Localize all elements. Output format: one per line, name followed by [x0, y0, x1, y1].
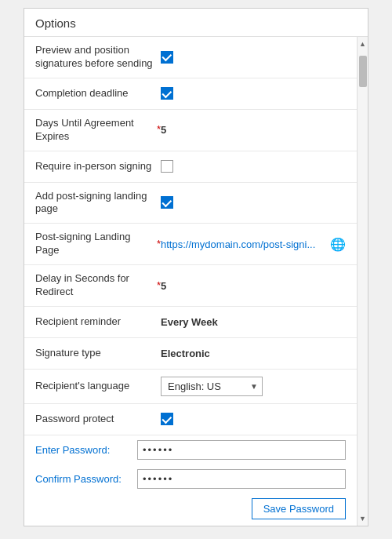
value-text-days-until-expires: 5: [161, 124, 166, 136]
option-value-post-signing-landing: https://mydomain.com/post-signi...🌐: [161, 237, 346, 252]
scrollbar: ▲ ▼: [357, 37, 368, 526]
globe-icon[interactable]: 🌐: [330, 237, 346, 252]
option-value-add-post-signing: [161, 196, 346, 209]
value-text-delay-seconds: 5: [161, 280, 166, 292]
confirm-password-label: Confirm Password:: [35, 473, 137, 485]
save-password-button[interactable]: Save Password: [252, 498, 346, 519]
option-label-recipients-language: Recipient's language: [35, 380, 161, 393]
option-row-post-signing-landing: Post-signing Landing Page *https://mydom…: [24, 224, 357, 265]
option-value-recipients-language: English: USFrenchSpanishGermanJapanese▼: [161, 377, 346, 396]
password-section: Enter Password: Confirm Password: Save P…: [24, 435, 357, 526]
option-label-days-until-expires: Days Until Agreement Expires *: [35, 117, 161, 144]
options-panel: Options Preview and position signatures …: [24, 8, 368, 526]
option-label-signature-type: Signature type: [35, 347, 161, 360]
option-value-delay-seconds: 5: [161, 280, 346, 292]
option-value-completion-deadline: [161, 87, 346, 100]
option-value-preview-signatures: [161, 51, 346, 64]
options-main-content: Preview and position signatures before s…: [24, 37, 357, 526]
option-row-signature-type: Signature typeElectronic: [24, 338, 357, 370]
value-text-signature-type: Electronic: [161, 348, 210, 359]
value-text-recipient-reminder: Every Week: [161, 316, 218, 328]
enter-password-label: Enter Password:: [35, 444, 137, 456]
option-label-delay-seconds: Delay in Seconds for Redirect *: [35, 272, 161, 299]
scroll-up-arrow[interactable]: ▲: [358, 38, 368, 49]
options-list: Preview and position signatures before s…: [24, 37, 357, 435]
scroll-down-arrow[interactable]: ▼: [358, 513, 368, 524]
checkbox-add-post-signing[interactable]: [161, 196, 173, 209]
option-value-recipient-reminder: Every Week: [161, 316, 346, 328]
option-label-completion-deadline: Completion deadline: [35, 87, 161, 100]
option-value-days-until-expires: 5: [161, 124, 346, 136]
value-link-post-signing-landing[interactable]: https://mydomain.com/post-signi...: [161, 239, 325, 250]
option-label-require-in-person: Require in-person signing: [35, 160, 161, 173]
option-label-recipient-reminder: Recipient reminder: [35, 315, 161, 329]
option-value-password-protect: [161, 413, 346, 425]
checkbox-preview-signatures[interactable]: [161, 51, 173, 64]
panel-scroll-container: Preview and position signatures before s…: [24, 37, 368, 526]
option-label-post-signing-landing: Post-signing Landing Page *: [35, 231, 161, 257]
option-row-recipient-reminder: Recipient reminderEvery Week: [24, 307, 357, 338]
option-row-delay-seconds: Delay in Seconds for Redirect *5: [24, 265, 357, 307]
option-row-recipients-language: Recipient's languageEnglish: USFrenchSpa…: [24, 370, 357, 404]
option-value-signature-type: Electronic: [161, 348, 346, 359]
select-wrapper-recipients-language: English: USFrenchSpanishGermanJapanese▼: [161, 377, 263, 396]
save-password-row: Save Password: [24, 493, 357, 526]
confirm-password-input[interactable]: [137, 469, 346, 489]
checkbox-password-protect[interactable]: [161, 413, 173, 425]
option-label-password-protect: Password protect: [35, 413, 161, 426]
option-label-preview-signatures: Preview and position signatures before s…: [35, 44, 161, 71]
confirm-password-row: Confirm Password:: [24, 464, 357, 493]
option-value-require-in-person: [161, 160, 346, 173]
option-row-preview-signatures: Preview and position signatures before s…: [24, 37, 357, 78]
option-row-add-post-signing: Add post-signing landing page: [24, 183, 357, 224]
option-label-add-post-signing: Add post-signing landing page: [35, 190, 161, 217]
enter-password-row: Enter Password:: [24, 435, 357, 464]
select-recipients-language[interactable]: English: USFrenchSpanishGermanJapanese: [161, 377, 263, 396]
enter-password-input[interactable]: [137, 440, 346, 460]
option-row-completion-deadline: Completion deadline: [24, 78, 357, 110]
option-row-require-in-person: Require in-person signing: [24, 151, 357, 183]
option-row-password-protect: Password protect: [24, 404, 357, 435]
panel-title: Options: [24, 9, 368, 37]
checkbox-require-in-person[interactable]: [161, 160, 173, 173]
scroll-thumb-container: [359, 49, 367, 513]
option-row-days-until-expires: Days Until Agreement Expires *5: [24, 110, 357, 151]
scroll-thumb[interactable]: [359, 56, 367, 87]
checkbox-completion-deadline[interactable]: [161, 87, 173, 100]
